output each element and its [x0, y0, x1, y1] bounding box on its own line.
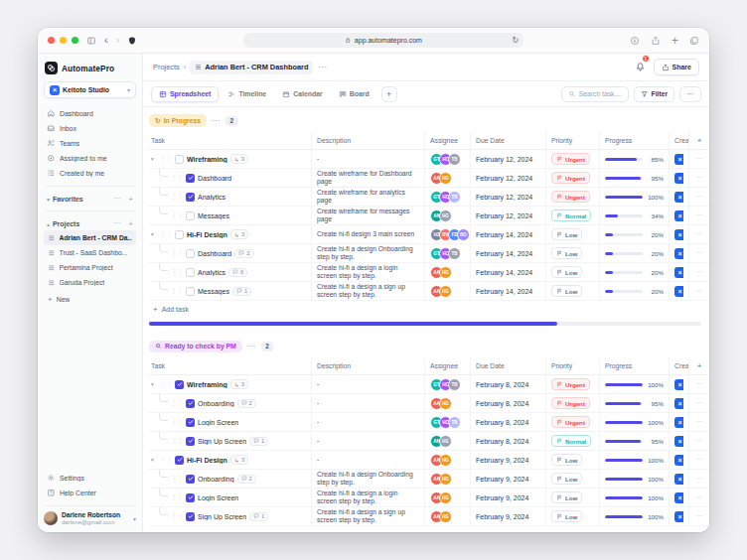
assignee-cell[interactable]: AAHG [425, 507, 471, 525]
created-by-cell[interactable]: ×Keitoto Studio [670, 225, 689, 243]
row-menu-icon[interactable]: ⋯ [695, 475, 703, 483]
created-by-cell[interactable]: ×Keitoto Studio [670, 507, 689, 525]
drag-handle-icon[interactable]: ⋮⋮ [171, 194, 183, 201]
row-menu-icon[interactable]: ⋯ [695, 155, 703, 163]
description-cell[interactable]: - [312, 375, 425, 393]
task-checkbox[interactable] [175, 380, 184, 389]
comment-count-badge[interactable]: 1 [249, 512, 268, 521]
due-date-cell[interactable]: February 14, 2024 [471, 263, 546, 281]
created-by-cell[interactable]: ×Keitoto Studio [670, 489, 689, 506]
due-date-cell[interactable]: February 14, 2024 [471, 282, 546, 300]
priority-cell[interactable]: Low [546, 225, 600, 243]
assignee-cell[interactable]: GTHCTB [425, 375, 471, 393]
assignee-avatar[interactable]: TB [448, 416, 461, 429]
task-row[interactable]: ▾⋮⋮Wireframing↳3-GTHCTBFebruary 8, 2024U… [149, 375, 709, 394]
comment-count-badge[interactable]: 6 [228, 268, 247, 277]
column-header-description[interactable]: Description [312, 132, 425, 149]
add-column-button[interactable]: + [689, 132, 709, 149]
description-cell[interactable]: Create wireframe for messages page [312, 207, 425, 224]
row-menu-icon[interactable]: ⋯ [695, 174, 703, 182]
priority-cell[interactable]: Urgent [546, 375, 600, 393]
address-bar[interactable]: app.automatepro.com ↻ [243, 33, 523, 48]
row-menu-icon[interactable]: ⋯ [695, 437, 703, 445]
assignee-avatar[interactable]: HG [439, 285, 452, 298]
task-checkbox[interactable] [186, 287, 195, 296]
assignee-cell[interactable]: AAHG [425, 451, 471, 469]
task-checkbox[interactable] [186, 249, 195, 258]
tab-board[interactable]: Board [332, 87, 376, 101]
column-header-task[interactable]: Task [149, 132, 312, 149]
drag-handle-icon[interactable]: ⋮⋮ [160, 156, 172, 163]
sidebar-new-button[interactable]: + New [44, 292, 136, 307]
subtask-count-badge[interactable]: ↳3 [230, 154, 248, 164]
due-date-cell[interactable]: February 14, 2024 [471, 244, 546, 262]
row-menu-icon[interactable]: ⋯ [695, 193, 703, 201]
due-date-cell[interactable]: February 8, 2024 [471, 394, 546, 412]
projects-menu-icon[interactable]: ⋯ [113, 219, 121, 227]
sidebar-item-dashboard[interactable]: Dashboard [44, 106, 136, 121]
assignee-cell[interactable]: GTHCTB [425, 244, 471, 262]
description-cell[interactable]: - [312, 394, 425, 412]
assignee-avatar[interactable]: HG [439, 473, 452, 486]
priority-cell[interactable]: Urgent [546, 169, 600, 187]
drag-handle-icon[interactable]: ⋮⋮ [171, 212, 183, 219]
column-header-description[interactable]: Description [312, 357, 425, 374]
task-row[interactable]: ⋮⋮MessagesCreate wireframe for messages … [149, 207, 709, 225]
scrollbar-thumb[interactable] [149, 322, 557, 326]
created-by-cell[interactable]: ×Keitoto Studio [670, 413, 689, 431]
breadcrumb-current[interactable]: Adrian Bert - CRM Dashboard [190, 61, 313, 74]
priority-cell[interactable]: Low [546, 244, 600, 262]
subtask-count-badge[interactable]: ↳3 [230, 379, 248, 389]
description-cell[interactable]: - [312, 432, 425, 450]
column-header-crea[interactable]: Crea [670, 357, 689, 374]
task-checkbox[interactable] [186, 268, 195, 277]
assignee-avatar[interactable]: TB [448, 153, 461, 166]
assignee-avatar[interactable]: HG [439, 210, 452, 222]
task-row[interactable]: ▾⋮⋮Hi-Fi Design↳3-AAHGFebruary 9, 2024Lo… [149, 451, 709, 470]
created-by-cell[interactable]: ×Keitoto Studio [670, 263, 689, 281]
task-checkbox[interactable] [175, 456, 184, 465]
subtask-count-badge[interactable]: ↳3 [230, 229, 248, 239]
created-by-cell[interactable]: ×Keitoto Studio [670, 207, 689, 224]
downloads-icon[interactable] [630, 36, 640, 46]
column-header-progress[interactable]: Progress [600, 132, 670, 149]
sidebar-project-item[interactable]: Adrian Bert - CRM Da... [44, 230, 136, 245]
drag-handle-icon[interactable]: ⋮⋮ [160, 381, 172, 388]
row-menu-icon[interactable]: ⋯ [695, 211, 703, 219]
description-cell[interactable]: Create hi-fi a design Onboarding step by… [312, 244, 425, 262]
refresh-icon[interactable]: ↻ [512, 36, 519, 45]
comment-count-badge[interactable]: 2 [237, 399, 256, 408]
user-profile[interactable]: Darlene Robertson darlene@gmail.com ▾ [44, 505, 136, 526]
task-checkbox[interactable] [186, 211, 195, 220]
description-cell[interactable]: Create hi-fi a design a login screen ste… [312, 489, 425, 506]
subtask-count-badge[interactable]: ↳3 [230, 455, 248, 465]
row-menu-icon[interactable]: ⋯ [695, 230, 703, 238]
priority-cell[interactable]: Low [546, 263, 600, 281]
drag-handle-icon[interactable]: ⋮⋮ [171, 476, 183, 483]
sidebar-item-help-center[interactable]: Help Center [44, 486, 136, 500]
group-status-chip[interactable]: ↻In Progress [149, 114, 207, 127]
task-checkbox[interactable] [175, 230, 184, 239]
due-date-cell[interactable]: February 12, 2024 [471, 150, 546, 168]
sidebar-item-inbox[interactable]: Inbox [44, 121, 136, 136]
assignee-avatar[interactable]: HG [439, 397, 452, 410]
share-button[interactable]: Share [654, 59, 699, 75]
tab-timeline[interactable]: Timeline [221, 87, 273, 101]
task-row[interactable]: ⋮⋮Analytics6Create hi-fi a design a logi… [149, 263, 709, 282]
maximize-window-button[interactable] [72, 37, 78, 44]
assignee-avatar[interactable]: HG [439, 454, 452, 467]
tabs-overview-icon[interactable] [689, 36, 699, 46]
column-header-task[interactable]: Task [149, 357, 312, 374]
task-row[interactable]: ⋮⋮Login ScreenCreate hi-fi a design a lo… [149, 489, 709, 507]
drag-handle-icon[interactable]: ⋮⋮ [160, 457, 172, 464]
created-by-cell[interactable]: ×Keitoto Studio [670, 244, 689, 262]
task-row[interactable]: ⋮⋮Messages1Create hi-fi a design a sign … [149, 282, 709, 301]
task-row[interactable]: ⋮⋮Onboarding2Create hi-fi a design Onboa… [149, 470, 709, 489]
row-menu-icon[interactable]: ⋯ [695, 287, 703, 295]
task-row[interactable]: ⋮⋮Dashboard2Create hi-fi a design Onboar… [149, 244, 709, 263]
description-cell[interactable]: Create hi-fi design 3 main screen [312, 225, 425, 243]
sidebar-section-projects[interactable]: ▴ Projects ⋯ + [44, 216, 136, 230]
due-date-cell[interactable]: February 12, 2024 [471, 207, 546, 224]
column-header-due-date[interactable]: Due Date [471, 132, 546, 149]
drag-handle-icon[interactable]: ⋮⋮ [171, 419, 183, 426]
